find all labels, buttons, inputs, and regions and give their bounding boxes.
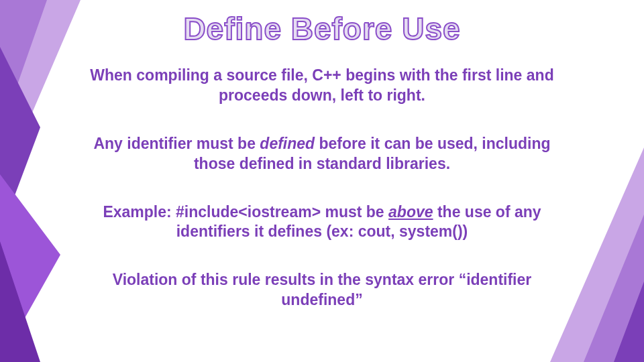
underline-above: above	[388, 203, 433, 221]
slide-title: Define Before Use	[54, 11, 590, 47]
decor-facet	[0, 241, 40, 362]
paragraph-1: When compiling a source file, C++ begins…	[80, 66, 564, 106]
decor-facet	[614, 282, 644, 362]
paragraph-2: Any identifier must be defined before it…	[80, 134, 564, 174]
slide: Define Before Use When compiling a sourc…	[0, 0, 644, 362]
paragraph-3: Example: #include<iostream> must be abov…	[80, 202, 564, 243]
text: Any identifier must be	[93, 135, 260, 152]
content-area: Define Before Use When compiling a sourc…	[54, 7, 590, 355]
emphasis-defined: defined	[260, 135, 315, 152]
paragraph-4: Violation of this rule results in the sy…	[80, 270, 564, 310]
text: Example: #include<iostream> must be	[103, 203, 388, 221]
